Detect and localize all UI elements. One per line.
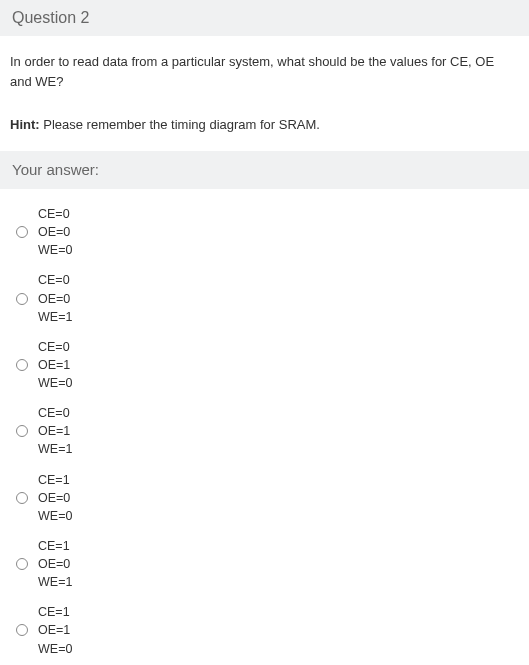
radio-button[interactable] xyxy=(16,558,28,570)
option-line-we: WE=0 xyxy=(38,640,72,658)
hint-block: Hint: Please remember the timing diagram… xyxy=(0,103,529,151)
radio-wrap xyxy=(10,492,34,504)
option-line-ce: CE=0 xyxy=(38,205,72,223)
option-line-ce: CE=0 xyxy=(38,338,72,356)
option-line-oe: OE=0 xyxy=(38,489,72,507)
radio-wrap xyxy=(10,558,34,570)
question-title: Question 2 xyxy=(12,9,89,26)
option-lines: CE=0 OE=1 WE=0 xyxy=(34,338,72,392)
option-line-we: WE=1 xyxy=(38,440,72,458)
option-line-we: WE=0 xyxy=(38,374,72,392)
options-list: CE=0 OE=0 WE=0 CE=0 OE=0 WE=1 CE=0 OE=1 … xyxy=(0,189,529,665)
option-lines: CE=0 OE=1 WE=1 xyxy=(34,404,72,458)
option-7[interactable]: CE=1 OE=1 WE=0 xyxy=(0,597,529,663)
radio-button[interactable] xyxy=(16,425,28,437)
option-line-oe: OE=0 xyxy=(38,555,72,573)
option-line-ce: CE=1 xyxy=(38,603,72,621)
answer-header-text: Your answer: xyxy=(12,161,99,178)
option-line-we: WE=1 xyxy=(38,308,72,326)
answer-header: Your answer: xyxy=(0,151,529,190)
hint-label: Hint: xyxy=(10,117,40,132)
hint-text: Please remember the timing diagram for S… xyxy=(40,117,320,132)
option-1[interactable]: CE=0 OE=0 WE=0 xyxy=(0,199,529,265)
question-header: Question 2 xyxy=(0,0,529,36)
option-line-we: WE=0 xyxy=(38,507,72,525)
option-lines: CE=0 OE=0 WE=0 xyxy=(34,205,72,259)
radio-button[interactable] xyxy=(16,492,28,504)
question-text: In order to read data from a particular … xyxy=(0,36,529,103)
option-lines: CE=1 OE=0 WE=0 xyxy=(34,471,72,525)
option-6[interactable]: CE=1 OE=0 WE=1 xyxy=(0,531,529,597)
radio-button[interactable] xyxy=(16,226,28,238)
option-line-we: WE=0 xyxy=(38,241,72,259)
radio-button[interactable] xyxy=(16,359,28,371)
option-line-ce: CE=1 xyxy=(38,471,72,489)
option-line-oe: OE=1 xyxy=(38,621,72,639)
option-line-ce: CE=0 xyxy=(38,271,72,289)
option-line-oe: OE=1 xyxy=(38,356,72,374)
option-3[interactable]: CE=0 OE=1 WE=0 xyxy=(0,332,529,398)
option-lines: CE=1 OE=1 WE=0 xyxy=(34,603,72,657)
radio-wrap xyxy=(10,359,34,371)
option-line-oe: OE=0 xyxy=(38,290,72,308)
radio-button[interactable] xyxy=(16,624,28,636)
option-lines: CE=1 OE=0 WE=1 xyxy=(34,537,72,591)
option-4[interactable]: CE=0 OE=1 WE=1 xyxy=(0,398,529,464)
option-line-ce: CE=1 xyxy=(38,537,72,555)
radio-wrap xyxy=(10,226,34,238)
option-2[interactable]: CE=0 OE=0 WE=1 xyxy=(0,265,529,331)
option-line-oe: OE=0 xyxy=(38,223,72,241)
radio-button[interactable] xyxy=(16,293,28,305)
option-line-oe: OE=1 xyxy=(38,422,72,440)
radio-wrap xyxy=(10,425,34,437)
radio-wrap xyxy=(10,293,34,305)
option-5[interactable]: CE=1 OE=0 WE=0 xyxy=(0,465,529,531)
option-line-we: WE=1 xyxy=(38,573,72,591)
option-line-ce: CE=0 xyxy=(38,404,72,422)
radio-wrap xyxy=(10,624,34,636)
option-lines: CE=0 OE=0 WE=1 xyxy=(34,271,72,325)
